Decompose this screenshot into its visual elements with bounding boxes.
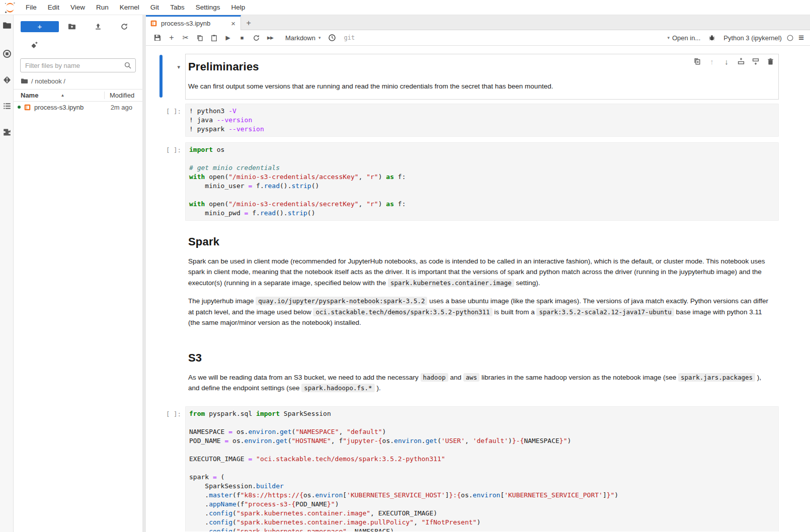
extension-manager-icon[interactable] [3,128,12,137]
menu-item-run[interactable]: Run [91,0,114,15]
code-line: from pyspark.sql import SparkSession [189,409,775,418]
run-cell-icon[interactable]: ▶ [221,32,235,44]
main-area: process-s3.ipynb × + + ✂ ▶ ■ ▶▶ Markdown… [146,15,810,532]
new-folder-icon[interactable] [59,23,85,31]
execution-prompt: [ ]: [156,142,185,154]
file-browser-toolbar: + [14,18,142,35]
code-cell[interactable]: [ ]:import os # get minio credentialswit… [156,142,779,221]
sidebar-splitter[interactable] [142,15,146,532]
debugger-bug-icon[interactable] [705,32,719,44]
history-clock-icon[interactable] [325,32,339,44]
kernel-name[interactable]: Python 3 (ipykernel) [723,34,782,42]
breadcrumb-path[interactable]: / notebook / [31,77,65,85]
notebook-toolbar: + ✂ ▶ ■ ▶▶ Markdown ▾ git ▾ Open in... [146,30,810,46]
cut-cells-icon[interactable]: ✂ [179,32,193,44]
markdown-body[interactable]: S3As we will be reading data from an S3 … [185,341,779,402]
breadcrumb-folder-icon[interactable] [21,77,28,85]
breadcrumb[interactable]: / notebook / [14,72,142,90]
git-clone-icon[interactable] [30,41,38,50]
menu-item-edit[interactable]: Edit [42,0,65,15]
code-editor[interactable]: import os # get minio credentialswith op… [185,142,779,221]
menu-items: FileEditViewRunKernelGitTabsSettingsHelp [20,0,251,15]
filter-files-input[interactable] [20,58,136,72]
chevron-down-icon: ▾ [318,35,321,40]
code-line: import os [189,145,775,154]
close-tab-icon[interactable]: × [231,19,235,28]
tab-bar: process-s3.ipynb × + [146,15,810,30]
restart-kernel-icon[interactable] [249,32,263,44]
menu-item-file[interactable]: File [20,0,42,15]
markdown-cell[interactable]: S3As we will be reading data from an S3 … [156,341,779,402]
move-cell-up-icon: ↑ [707,56,717,66]
file-name: process-s3.ipynb [34,104,109,111]
code-line: minio_pwd = f.read().strip() [189,209,775,218]
file-browser-panel: + / notebook / Name ▲ Modified pro [14,15,142,532]
upload-files-icon[interactable] [85,23,111,31]
menu-item-help[interactable]: Help [225,0,251,15]
cell-gutter: [ ]: [156,406,185,532]
column-header-name[interactable]: Name ▲ [14,92,104,99]
table-of-contents-icon[interactable] [3,102,12,111]
insert-cell-icon[interactable]: + [165,32,179,44]
code-line: EXECUTOR_IMAGE = "oci.stackable.tech/dem… [189,455,775,464]
code-cell[interactable]: [ ]:from pyspark.sql import SparkSession… [156,406,779,532]
interrupt-kernel-icon[interactable]: ■ [235,32,249,44]
code-line: ! java --version [189,116,775,125]
duplicate-cell-icon[interactable] [692,56,702,66]
refresh-file-list-icon[interactable] [111,23,137,31]
copy-cells-icon[interactable] [193,32,207,44]
cell-type-dropdown[interactable]: Markdown ▾ [281,34,325,42]
cell-gutter: ▾ [156,54,185,100]
heading-collapse-icon[interactable]: ▾ [177,64,180,70]
menu-item-kernel[interactable]: Kernel [114,0,145,15]
insert-cell-above-icon[interactable] [736,56,746,66]
menu-item-view[interactable]: View [65,0,91,15]
notebook-file-icon [24,104,31,111]
restart-run-all-icon[interactable]: ▶▶ [263,32,277,44]
code-cell[interactable]: [ ]:! python3 -V! java --version! pyspar… [156,104,779,137]
column-header-modified[interactable]: Modified [104,92,142,99]
running-sessions-icon[interactable] [3,49,12,58]
kernel-status-icon[interactable] [786,34,794,42]
cell-content: import os # get minio credentialswith op… [185,142,779,221]
cell-gutter [156,225,185,337]
insert-cell-below-icon[interactable] [751,56,761,66]
cell-content: ↑↓PreliminariesWe can first output some … [185,54,779,100]
save-icon[interactable] [150,32,165,44]
cell-gutter: [ ]: [156,142,185,221]
markdown-body[interactable]: SparkSpark can be used in client mode (r… [185,225,779,337]
move-cell-down-icon[interactable]: ↓ [721,56,732,66]
inline-code: oci.stackable.tech/demos/spark:3.5.2-pyt… [313,308,492,316]
file-browser-icon[interactable] [3,21,12,30]
code-line [189,418,775,427]
code-line: POD_NAME = os.environ.get("HOSTNAME", f"… [189,436,775,446]
code-editor[interactable]: ! python3 -V! java --version! pyspark --… [185,104,779,137]
markdown-cell[interactable]: ▾↑↓PreliminariesWe can first output some… [156,54,779,100]
inline-code: hadoop [421,373,448,382]
code-line [189,191,775,200]
menu-item-settings[interactable]: Settings [190,0,226,15]
jupyter-logo-icon [3,1,17,15]
markdown-cell[interactable]: SparkSpark can be used in client mode (r… [156,225,779,337]
inline-code: aws [463,373,480,382]
markdown-paragraph: As we will be reading data from an S3 bu… [188,372,773,394]
delete-cell-icon[interactable] [765,56,775,66]
markdown-body[interactable]: ↑↓PreliminariesWe can first output some … [185,54,779,100]
new-launcher-button[interactable]: + [21,21,59,32]
cell-gutter [156,341,185,402]
markdown-paragraph: The jupyterhub image quay.io/jupyter/pys… [188,296,773,328]
tab-process-s3[interactable]: process-s3.ipynb × [146,15,241,30]
notebook-scroll-area[interactable]: ▾↑↓PreliminariesWe can first output some… [146,46,810,531]
file-modified: 2m ago [109,104,142,111]
paste-cells-icon[interactable] [207,32,221,44]
cell-toolbar: ↑↓ [692,56,775,66]
hamburger-menu-icon[interactable]: ≡ [798,32,804,43]
code-line: ! python3 -V [189,107,775,116]
git-panel-icon[interactable] [3,75,12,84]
new-tab-icon[interactable]: + [241,17,256,30]
menu-item-git[interactable]: Git [145,0,165,15]
file-row[interactable]: process-s3.ipynb2m ago [14,102,142,113]
menu-item-tabs[interactable]: Tabs [165,0,190,15]
code-editor[interactable]: from pyspark.sql import SparkSession NAM… [185,406,779,532]
open-in-dropdown[interactable]: ▾ Open in... [667,34,700,42]
